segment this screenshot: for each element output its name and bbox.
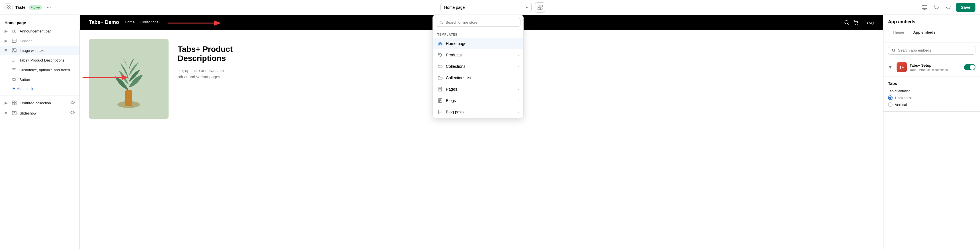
tabs-section-title: Tabs [888, 81, 975, 86]
dropdown-item-label: Products [446, 53, 514, 57]
app-embed-item: ▼ T+ Tabs+ Setup Tabs+ Product Descripti… [883, 58, 980, 77]
text-icon [11, 57, 16, 63]
svg-rect-10 [12, 39, 16, 42]
page-selector[interactable]: Home page ▾ [441, 3, 531, 12]
page-selector-text: Home page [444, 5, 465, 10]
page-icon [438, 86, 443, 92]
sidebar-item-label: Announcement bar [20, 29, 75, 34]
sidebar-item-tabs-product[interactable]: Tabs+ Product Descriptions [0, 55, 80, 65]
sidebar-item-announcement-bar[interactable]: ▶ Announcement bar [0, 26, 80, 36]
product-subtitle-text: ize, optimize and translate oduct and va… [178, 69, 224, 79]
app-embeds-search [883, 42, 980, 58]
expand-arrow-icon[interactable]: ▼ [888, 65, 892, 70]
sidebar-title: Home page [0, 18, 80, 26]
dropdown-overlay: TEMPLATES Home page [433, 15, 523, 118]
chevron-right-icon: › [517, 64, 519, 69]
radio-vertical[interactable]: Vertical [888, 102, 975, 107]
dropdown-item-label: Blogs [446, 98, 514, 103]
sidebar-item-image-with-text[interactable]: ▶ Image with text [0, 46, 80, 55]
svg-rect-4 [538, 5, 540, 7]
svg-rect-5 [540, 5, 542, 7]
nav-links: Home Collections [125, 20, 158, 25]
svg-rect-6 [538, 8, 540, 10]
redo-button[interactable] [944, 3, 953, 12]
search-app-embeds-input[interactable] [898, 48, 972, 53]
top-bar-center: Home page ▾ [71, 2, 915, 13]
dropdown-item-blog-posts[interactable]: Blog posts › [433, 106, 523, 118]
cart-icon [853, 20, 859, 26]
tab-app-embeds[interactable]: App embeds [908, 28, 940, 37]
svg-rect-7 [540, 8, 542, 10]
svg-rect-3 [9, 8, 10, 9]
dropdown-item-collections-list[interactable]: Collections list [433, 72, 523, 83]
story-text: story [867, 21, 874, 24]
svg-rect-13 [12, 79, 16, 80]
svg-rect-8 [922, 5, 927, 8]
grid-icon [12, 100, 17, 105]
radio-button-horizontal[interactable] [888, 96, 892, 100]
live-label: Live [33, 6, 40, 9]
visibility-icon[interactable] [70, 100, 75, 106]
main-area: Home page ▶ Announcement bar ▶ [0, 15, 980, 249]
sidebar-item-slideshow[interactable]: ▶ Slideshow [0, 108, 80, 118]
tabs-section: Tabs Tab orientation Horizontal Vertical [883, 77, 980, 112]
dropdown-item-home-page[interactable]: Home page [433, 38, 523, 49]
nav-link-collections[interactable]: Collections [140, 20, 159, 25]
header-icon [12, 38, 17, 43]
radio-horizontal[interactable]: Horizontal [888, 96, 975, 100]
nav-link-home[interactable]: Home [125, 20, 135, 25]
app-name: Tabs+ Setup [910, 63, 961, 67]
right-sidebar: App embeds Theme App embeds ▼ [883, 15, 980, 249]
chevron-right-icon: › [517, 110, 519, 114]
dropdown-item-blogs[interactable]: Blogs › [433, 95, 523, 106]
app-info: Tabs+ Setup Tabs+ Product Descriptions..… [910, 63, 961, 72]
preview-text-area: Tabs+ Product Descriptions ize, optimize… [178, 39, 874, 119]
radio-button-vertical[interactable] [888, 102, 892, 107]
chevron-right-icon: › [517, 87, 519, 91]
sidebar-item-header[interactable]: ▶ Header [0, 36, 80, 46]
preview-product-title: Tabs+ Product Descriptions [178, 45, 874, 63]
center-preview: Tabs+ Demo Home Collections [80, 15, 883, 249]
right-sidebar-title: App embeds [888, 19, 975, 24]
tab-theme[interactable]: Theme [888, 28, 908, 37]
search-online-store-input[interactable] [445, 20, 517, 24]
plus-icon: + [13, 86, 15, 91]
expand-icon: ▶ [5, 29, 8, 34]
sidebar-item-label: Header [20, 39, 75, 43]
svg-rect-17 [14, 103, 16, 105]
sidebar-item-featured-collection[interactable]: ▶ Featured collection [0, 98, 80, 108]
desktop-icon[interactable] [920, 3, 929, 12]
undo-button[interactable] [932, 3, 941, 12]
plant-image [89, 39, 169, 119]
dropdown-item-products[interactable]: Products › [433, 49, 523, 61]
dropdown-item-pages[interactable]: Pages › [433, 83, 523, 95]
inspect-button[interactable] [535, 2, 545, 13]
right-sidebar-tabs: Theme App embeds [888, 28, 975, 38]
visibility-icon[interactable] [70, 110, 75, 116]
megaphone-icon [12, 29, 17, 34]
svg-rect-1 [9, 6, 10, 7]
more-button[interactable]: ··· [45, 3, 53, 11]
dropdown-item-label: Home page [446, 42, 519, 46]
preview-product-image [89, 39, 169, 119]
live-badge: Live [29, 5, 42, 10]
svg-rect-25 [125, 90, 132, 106]
templates-label: TEMPLATES [433, 30, 523, 38]
image-icon [12, 48, 17, 53]
add-block-button[interactable]: + Add block [0, 84, 80, 93]
chevron-down-icon: ▾ [526, 5, 528, 10]
search-icon [439, 21, 443, 24]
sidebar-item-button[interactable]: Button [0, 75, 80, 84]
app-embed-toggle[interactable] [964, 64, 975, 70]
top-bar: Taste Live ··· Home page ▾ [0, 0, 980, 15]
svg-rect-16 [12, 103, 14, 105]
save-button[interactable]: Save [956, 3, 975, 12]
expand-icon: ▶ [5, 101, 8, 105]
svg-point-20 [72, 112, 73, 113]
dropdown-item-collections[interactable]: Collections › [433, 61, 523, 72]
sidebar-item-customize[interactable]: Customize, optimize and transl... [0, 65, 80, 75]
back-button[interactable] [5, 3, 13, 11]
left-sidebar: Home page ▶ Announcement bar ▶ [0, 15, 80, 249]
svg-point-23 [857, 24, 858, 24]
svg-rect-0 [7, 6, 8, 7]
